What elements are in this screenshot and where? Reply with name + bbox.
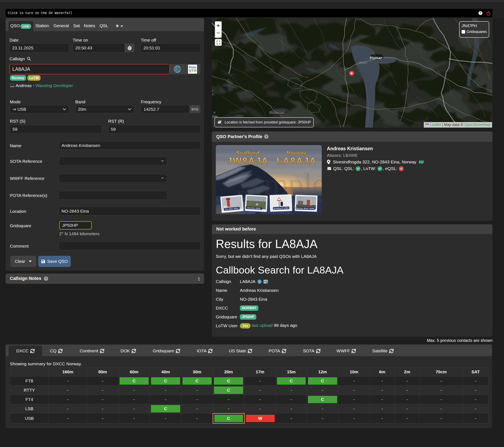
svg-text:LA8AJA: LA8AJA: [276, 156, 317, 166]
svg-text:Mjøsa: Mjøsa: [359, 61, 367, 64]
svg-text:Hamar: Hamar: [370, 56, 382, 60]
svg-text:Buskerud: Buskerud: [269, 110, 284, 115]
svg-text:Norway: Norway: [287, 150, 306, 156]
svg-text:JW8AJA: JW8AJA: [227, 156, 269, 166]
svg-text:QRZ: QRZ: [174, 68, 181, 71]
svg-text:n: n: [214, 111, 215, 114]
svg-text:Svalbard: Svalbard: [236, 150, 260, 156]
